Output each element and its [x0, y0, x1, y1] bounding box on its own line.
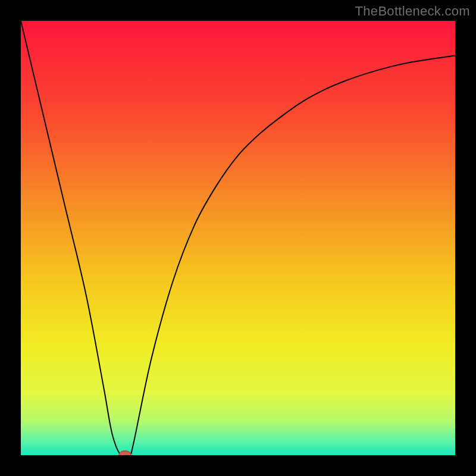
attribution-label: TheBottleneck.com — [355, 4, 470, 19]
plot-area — [21, 21, 455, 455]
chart-frame: TheBottleneck.com — [0, 0, 476, 476]
gradient-background — [21, 21, 455, 455]
chart-svg — [21, 21, 455, 455]
